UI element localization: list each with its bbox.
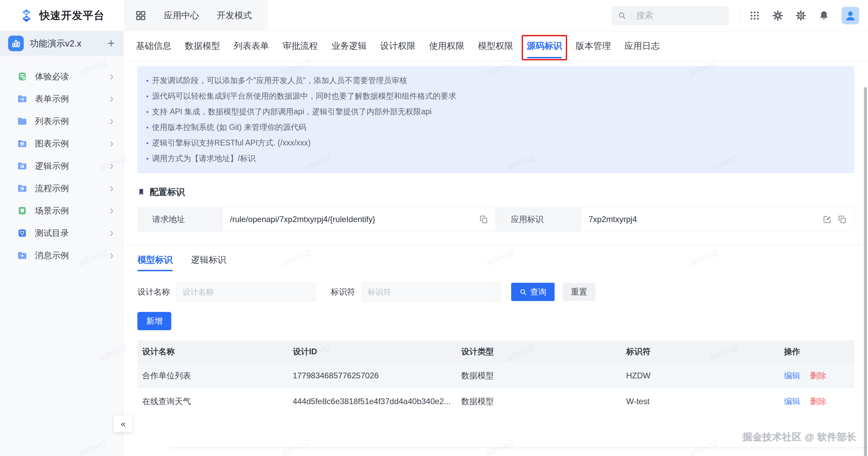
header-nav: 应用中心 开发模式 xyxy=(124,0,268,31)
copy-icon[interactable] xyxy=(479,215,488,224)
gear-outline-icon[interactable] xyxy=(795,10,806,21)
sidebar-collapse-button[interactable]: « xyxy=(114,415,133,432)
readme-doc-icon xyxy=(17,71,27,82)
bullet-dot: • xyxy=(146,151,149,166)
query-button[interactable]: 查询 xyxy=(511,283,555,301)
chevron-right-icon: › xyxy=(110,182,113,194)
grid-dots-icon[interactable] xyxy=(749,10,760,21)
app-title: 功能演示v2.x xyxy=(30,38,108,49)
tab-label: 源码标识 xyxy=(527,40,562,52)
sidebar: 功能演示v2.x + 体验必读 › 表单示例 › xyxy=(0,31,124,456)
request-url-text: /rule/openapi/7xp2mtxyrpj4/{ruleIdentify… xyxy=(230,215,479,224)
tab-content: •开发调试阶段，可以添加多个"应用开发人员"，添加人员不需要管理员审核 •源代码… xyxy=(124,66,868,414)
info-bullet: •源代码可以轻松集成到平台所使用的数据源中，同时也要了解数据模型和组件格式的要求 xyxy=(146,88,846,104)
col-identifier: 标识符 xyxy=(621,346,779,357)
info-bullet: •支持 API 集成，数据模型提供了内部调用api，逻辑引擎提供了内部外部无权限… xyxy=(146,104,846,120)
tab-model-permission[interactable]: 模型权限 xyxy=(478,31,513,61)
nav-item-app-center[interactable]: 应用中心 xyxy=(164,9,199,21)
tab-basic-info[interactable]: 基础信息 xyxy=(136,31,171,61)
current-app-row[interactable]: 功能演示v2.x + xyxy=(0,31,123,56)
global-search[interactable] xyxy=(612,6,729,25)
sidebar-item-readme[interactable]: 体验必读 › xyxy=(0,65,123,87)
tab-source-identity[interactable]: 源码标识 xyxy=(527,31,562,61)
info-bullet: •调用方式为【请求地址】/标识 xyxy=(146,151,846,166)
reset-button[interactable]: 重置 xyxy=(563,283,595,301)
bullet-dot: • xyxy=(146,73,149,88)
sidebar-item-flow-examples[interactable]: 流程示例 › xyxy=(0,177,123,199)
delete-link[interactable]: 删除 xyxy=(810,397,826,406)
sidebar-item-label: 图表示例 xyxy=(35,138,110,149)
sidebar-item-label: 流程示例 xyxy=(35,183,110,194)
user-avatar[interactable] xyxy=(842,7,859,24)
app-icon xyxy=(8,36,24,51)
footer-credit: 掘金技术社区 @ 软件部长 xyxy=(742,431,856,443)
edit-link[interactable]: 编辑 xyxy=(784,371,800,380)
tab-data-model[interactable]: 数据模型 xyxy=(185,31,220,61)
request-url-label: 请求地址 xyxy=(137,207,222,232)
tab-list-form[interactable]: 列表表单 xyxy=(234,31,269,61)
identity-fields-row: 请求地址 /rule/openapi/7xp2mtxyrpj4/{ruleIde… xyxy=(137,207,854,232)
app-identity-text: 7xp2mtxyrpj4 xyxy=(589,215,823,224)
app-identity-label: 应用标识 xyxy=(496,207,581,232)
app-identity-value: 7xp2mtxyrpj4 xyxy=(581,207,854,232)
design-name-input[interactable] xyxy=(176,282,316,302)
cell-actions: 编辑删除 xyxy=(779,370,854,381)
chevron-right-icon: › xyxy=(110,227,113,239)
chevron-right-icon: › xyxy=(110,160,113,172)
search-input[interactable] xyxy=(636,11,722,20)
bullet-dot: • xyxy=(146,104,149,120)
active-subtab-underline xyxy=(137,270,173,271)
test-pin-icon xyxy=(17,228,27,238)
chevron-right-icon: › xyxy=(110,137,113,150)
col-actions: 操作 xyxy=(779,346,854,357)
table-row[interactable]: 在线查询天气 444d5fe8c6e3818f51e4f37dd4a40b340… xyxy=(137,389,854,414)
cell-design-id: 444d5fe8c6e3818f51e4f37dd4a40b340e2... xyxy=(288,397,457,406)
tab-use-permission[interactable]: 使用权限 xyxy=(429,31,464,61)
tab-app-logs[interactable]: 应用日志 xyxy=(624,31,660,61)
request-url-value: /rule/openapi/7xp2mtxyrpj4/{ruleIdentify… xyxy=(222,207,496,232)
add-button[interactable]: 新增 xyxy=(137,312,171,330)
nav-item-dev-mode[interactable]: 开发模式 xyxy=(217,9,252,21)
tab-version-management[interactable]: 版本管理 xyxy=(576,31,611,61)
folder-chart-icon xyxy=(17,138,27,149)
main-area: 基础信息 数据模型 列表表单 审批流程 业务逻辑 设计权限 使用权限 模型权限 … xyxy=(124,31,868,456)
copy-icon[interactable] xyxy=(838,215,847,224)
sidebar-item-scene-examples[interactable]: 场景示例 › xyxy=(0,199,123,222)
table-row[interactable]: 合作单位列表 1779834685776257026 数据模型 HZDW 编辑删… xyxy=(137,363,854,389)
sidebar-item-logic-examples[interactable]: 逻辑示例 › xyxy=(0,155,123,177)
action-divider xyxy=(805,398,805,406)
table-header: 设计名称 设计ID 设计类型 标识符 操作 xyxy=(137,340,854,363)
search-icon xyxy=(618,11,626,20)
sidebar-item-label: 消息示例 xyxy=(35,250,110,261)
section-title-text: 配置标识 xyxy=(150,186,185,198)
delete-link[interactable]: 删除 xyxy=(810,371,826,380)
vertical-scrollbar[interactable] xyxy=(864,87,867,456)
gear-filled-icon[interactable] xyxy=(772,10,783,21)
folder-icon xyxy=(17,116,27,126)
edit-link[interactable]: 编辑 xyxy=(784,397,800,406)
col-design-id: 设计ID xyxy=(288,346,457,357)
subtab-model-identity[interactable]: 模型标识 xyxy=(137,254,173,271)
sidebar-item-test-directory[interactable]: 测试目录 › xyxy=(0,222,123,244)
cell-design-name: 合作单位列表 xyxy=(137,370,288,381)
cell-design-id: 1779834685776257026 xyxy=(288,371,457,380)
sidebar-item-form-examples[interactable]: 表单示例 › xyxy=(0,87,123,110)
folder-logic-icon xyxy=(17,161,27,171)
bell-icon[interactable] xyxy=(818,10,829,21)
identifier-input[interactable] xyxy=(361,282,501,302)
cell-identifier: HZDW xyxy=(621,371,779,380)
sidebar-item-chart-examples[interactable]: 图表示例 › xyxy=(0,132,123,155)
tab-approval-flow[interactable]: 审批流程 xyxy=(283,31,318,61)
subtab-label: 模型标识 xyxy=(137,254,173,266)
col-design-type: 设计类型 xyxy=(457,346,621,357)
add-app-button[interactable]: + xyxy=(108,37,115,49)
subtab-logic-identity[interactable]: 逻辑标识 xyxy=(191,254,226,271)
sidebar-item-message-examples[interactable]: 消息示例 › xyxy=(0,244,123,266)
apps-grid-icon[interactable] xyxy=(135,10,146,21)
edit-icon[interactable] xyxy=(823,215,832,224)
search-divider xyxy=(631,11,632,20)
tab-design-permission[interactable]: 设计权限 xyxy=(380,31,416,61)
tab-business-logic[interactable]: 业务逻辑 xyxy=(331,31,367,61)
sidebar-item-label: 表单示例 xyxy=(35,93,110,104)
sidebar-item-list-examples[interactable]: 列表示例 › xyxy=(0,110,123,132)
